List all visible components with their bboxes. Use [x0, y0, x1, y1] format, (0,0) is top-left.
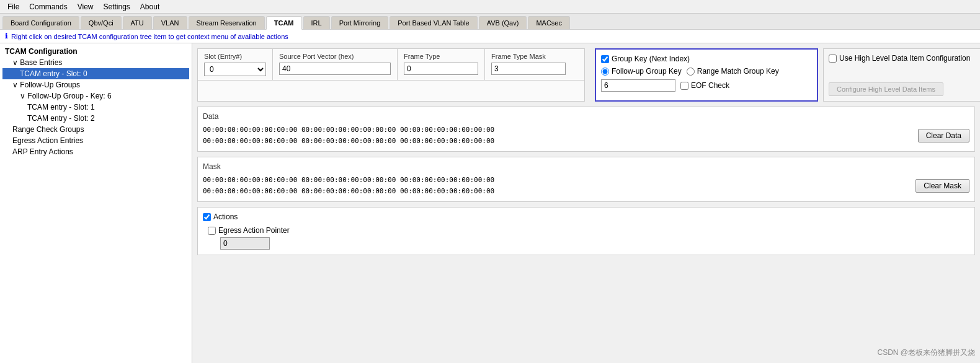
tab-stream-reservation[interactable]: Stream Reservation [189, 16, 265, 29]
actions-checkbox[interactable] [203, 213, 211, 221]
range-match-label: Range Match Group Key [697, 67, 779, 76]
tab-tcam[interactable]: TCAM [266, 16, 302, 30]
tab-irl[interactable]: IRL [303, 16, 330, 29]
group-key-panel: Group Key (Next Index) Follow-up Group K… [595, 48, 818, 102]
egress-label: Egress Action Pointer [218, 226, 290, 235]
tree-tcam-slot-2[interactable]: TCAM entry - Slot: 2 [2, 113, 189, 124]
high-level-text: Use High Level Data Item Configuration [839, 54, 970, 63]
data-hex-row2: 00:00:00:00:00:00:00:00 00:00:00:00:00:0… [203, 136, 908, 147]
egress-row: Egress Action Pointer [203, 226, 969, 235]
source-port-label: Source Port Vector (hex) [279, 53, 391, 60]
watermark: CSDN @老板来份猪脚拼又烧 [877, 348, 975, 358]
frame-type-input[interactable] [404, 63, 478, 75]
tab-port-based-vlan[interactable]: Port Based VLAN Table [390, 16, 477, 29]
sidebar: TCAM Configuration ∨ Base Entries TCAM e… [0, 43, 192, 363]
sidebar-title: TCAM Configuration [2, 46, 189, 57]
data-section-label: Data [203, 112, 969, 121]
mask-section-label: Mask [203, 162, 969, 171]
tab-qbv-qci[interactable]: Qbv/Qci [81, 16, 122, 29]
frame-type-label: Frame Type [404, 53, 478, 60]
eof-check-label[interactable]: EOF Check [680, 81, 729, 90]
egress-value-input[interactable] [220, 237, 270, 250]
content-area: Slot (Entry#) 0 Source Port Vector (hex) [192, 43, 980, 363]
tab-avb[interactable]: AVB (Qav) [479, 16, 527, 29]
tab-vlan[interactable]: VLAN [153, 16, 187, 29]
menubar: File Commands View Settings About [0, 0, 980, 14]
clear-data-btn[interactable]: Clear Data [918, 129, 969, 142]
tree-arp-entry-actions[interactable]: ARP Entry Actions [2, 146, 189, 157]
tab-macsec[interactable]: MACsec [528, 16, 570, 29]
menu-commands[interactable]: Commands [24, 1, 72, 12]
configure-high-level-btn[interactable]: Configure High Level Data Items [829, 82, 943, 96]
infobar: ℹ Right click on desired TCAM configurat… [0, 30, 980, 43]
actions-label: Actions [213, 212, 238, 221]
tree-tcam-slot-1[interactable]: TCAM entry - Slot: 1 [2, 102, 189, 113]
tabbar: Board Configuration Qbv/Qci ATU VLAN Str… [0, 14, 980, 30]
group-key-checkbox-label[interactable]: Group Key (Next Index) [601, 55, 690, 63]
actions-header: Actions [203, 212, 969, 221]
frame-type-mask-input[interactable] [491, 63, 566, 75]
tree-base-entries[interactable]: ∨ Base Entries [2, 57, 189, 68]
mask-hex-row2: 00:00:00:00:00:00:00:00 00:00:00:00:00:0… [203, 186, 906, 197]
eof-check-checkbox[interactable] [680, 82, 688, 90]
infobar-text: Right click on desired TCAM configuratio… [11, 33, 288, 40]
egress-checkbox-label[interactable]: Egress Action Pointer [208, 226, 290, 235]
follow-up-radio-label[interactable]: Follow-up Group Key [601, 67, 682, 76]
tab-port-mirroring[interactable]: Port Mirroring [331, 16, 389, 29]
follow-up-radio[interactable] [601, 68, 609, 76]
high-level-checkbox[interactable] [829, 55, 837, 63]
source-port-input[interactable] [279, 63, 391, 75]
mask-hex-row1: 00:00:00:00:00:00:00:00 00:00:00:00:00:0… [203, 175, 906, 186]
tab-board-config[interactable]: Board Configuration [2, 16, 79, 29]
tree-tcam-slot-0[interactable]: TCAM entry - Slot: 0 [2, 68, 189, 79]
clear-mask-btn[interactable]: Clear Mask [915, 179, 969, 193]
frame-type-mask-label: Frame Type Mask [491, 53, 578, 60]
menu-file[interactable]: File [2, 1, 24, 12]
slot-label: Slot (Entry#) [204, 53, 266, 60]
group-key-label: Group Key (Next Index) [612, 55, 690, 63]
follow-up-label: Follow-up Group Key [612, 67, 682, 76]
tab-atu[interactable]: ATU [123, 16, 152, 29]
range-match-radio[interactable] [687, 68, 695, 76]
info-icon: ℹ [5, 32, 7, 40]
menu-settings[interactable]: Settings [99, 1, 135, 12]
range-match-radio-label[interactable]: Range Match Group Key [687, 67, 779, 76]
group-key-value-input[interactable] [601, 79, 675, 92]
tree-follow-up-groups[interactable]: ∨ Follow-Up Groups [2, 79, 189, 90]
high-level-checkbox-label[interactable]: Use High Level Data Item Configuration [829, 54, 979, 63]
eof-check-text: EOF Check [691, 81, 729, 90]
group-key-checkbox[interactable] [601, 55, 609, 63]
main-layout: TCAM Configuration ∨ Base Entries TCAM e… [0, 43, 980, 363]
menu-view[interactable]: View [73, 1, 99, 12]
menu-about[interactable]: About [135, 1, 164, 12]
slot-select[interactable]: 0 [204, 63, 266, 76]
tree-range-check-groups[interactable]: Range Check Groups [2, 124, 189, 135]
tree-egress-action-entries[interactable]: Egress Action Entries [2, 135, 189, 146]
data-hex-row1: 00:00:00:00:00:00:00:00 00:00:00:00:00:0… [203, 125, 908, 136]
tree-follow-up-group-key6[interactable]: ∨ Follow-Up Group - Key: 6 [2, 90, 189, 102]
egress-checkbox[interactable] [208, 227, 216, 235]
